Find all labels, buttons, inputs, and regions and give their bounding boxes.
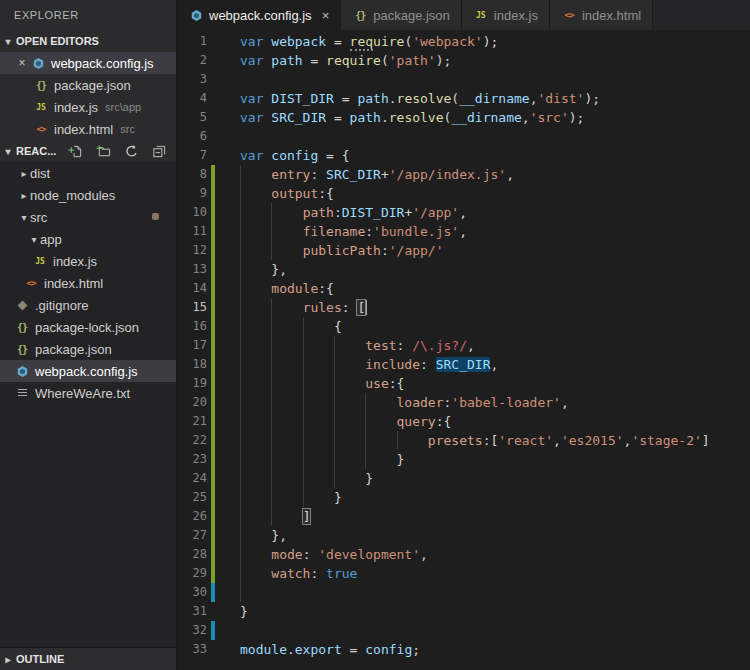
code-token: var bbox=[240, 53, 263, 68]
code-token: '/app/index.js' bbox=[389, 167, 506, 182]
tree-item-.gitignore[interactable]: .gitignore bbox=[0, 294, 176, 316]
code-line-9[interactable]: 9 output:{ bbox=[177, 184, 750, 203]
code-token: } bbox=[365, 471, 373, 486]
code-token: : bbox=[381, 243, 389, 258]
code-line-31[interactable]: 31} bbox=[177, 602, 750, 621]
code-line-14[interactable]: 14 module:{ bbox=[177, 279, 750, 298]
code-line-30[interactable]: 30 bbox=[177, 583, 750, 602]
line-number: 25 bbox=[177, 488, 207, 507]
code-line-1[interactable]: 1var webpack = require('webpack'); bbox=[177, 32, 750, 51]
indent-guides bbox=[240, 393, 395, 412]
tree-item-package.json[interactable]: {}package.json bbox=[0, 338, 176, 360]
indent-guides bbox=[240, 336, 363, 355]
outline-header[interactable]: ▸ OUTLINE bbox=[0, 647, 176, 670]
code-token: DIST_DIR bbox=[342, 205, 405, 220]
code-line-32[interactable]: 32 bbox=[177, 621, 750, 640]
new-folder-button[interactable] bbox=[96, 144, 111, 159]
refresh-button[interactable] bbox=[124, 144, 139, 159]
code-line-13[interactable]: 13 }, bbox=[177, 260, 750, 279]
open-editor-package.json[interactable]: {}package.json bbox=[0, 74, 176, 96]
code-token: var bbox=[240, 148, 263, 163]
code-line-23[interactable]: 23 } bbox=[177, 450, 750, 469]
code-token: uire bbox=[373, 34, 404, 49]
code-line-4[interactable]: 4var DIST_DIR = path.resolve(__dirname,'… bbox=[177, 89, 750, 108]
open-editor-index.js[interactable]: JSindex.jssrc\app bbox=[0, 96, 176, 118]
code-line-17[interactable]: 17 test: /\.js?/, bbox=[177, 336, 750, 355]
tab-label: package.json bbox=[373, 8, 450, 23]
code-line-7[interactable]: 7var config = { bbox=[177, 146, 750, 165]
code-line-26[interactable]: 26 ] bbox=[177, 507, 750, 526]
tree-item-index.html[interactable]: <>index.html bbox=[0, 272, 176, 294]
close-icon[interactable]: × bbox=[14, 56, 30, 70]
code-token: ( bbox=[381, 53, 389, 68]
code-token: , bbox=[506, 167, 514, 182]
collapse-all-button[interactable] bbox=[152, 144, 167, 159]
code-line-27[interactable]: 27 }, bbox=[177, 526, 750, 545]
git-icon bbox=[14, 297, 30, 313]
tab-index.js[interactable]: JSindex.js bbox=[462, 0, 550, 30]
code-line-content: query:{ bbox=[215, 412, 750, 431]
code-line-28[interactable]: 28 mode: 'development', bbox=[177, 545, 750, 564]
chevron-right-icon: ▸ bbox=[18, 168, 30, 179]
code-line-5[interactable]: 5var SRC_DIR = path.resolve(__dirname,'s… bbox=[177, 108, 750, 127]
code-line-24[interactable]: 24 } bbox=[177, 469, 750, 488]
code-line-29[interactable]: 29 watch: true bbox=[177, 564, 750, 583]
code-area[interactable]: 1var webpack = require('webpack');2var p… bbox=[177, 30, 750, 670]
line-number: 22 bbox=[177, 431, 207, 450]
code-line-15[interactable]: 15 rules: [ bbox=[177, 298, 750, 317]
tree-item-src[interactable]: ▾src bbox=[0, 206, 176, 228]
tab-package.json[interactable]: {}package.json bbox=[341, 0, 462, 30]
code-line-6[interactable]: 6 bbox=[177, 127, 750, 146]
code-line-content bbox=[215, 127, 750, 146]
line-number: 27 bbox=[177, 526, 207, 545]
code-line-10[interactable]: 10 path:DIST_DIR+'/app', bbox=[177, 203, 750, 222]
code-line-8[interactable]: 8 entry: SRC_DIR+'/app/index.js', bbox=[177, 165, 750, 184]
indent-guides bbox=[240, 583, 269, 602]
tree-item-app[interactable]: ▾app bbox=[0, 228, 176, 250]
code-token: var bbox=[240, 110, 263, 125]
code-token: entry bbox=[271, 167, 310, 182]
tab-index.html[interactable]: <>index.html bbox=[550, 0, 653, 30]
close-tab-button[interactable]: × bbox=[322, 8, 330, 23]
code-line-content: rules: [ bbox=[215, 298, 750, 317]
new-file-button[interactable] bbox=[68, 144, 83, 159]
code-token: :[ bbox=[483, 433, 499, 448]
tab-webpack.config.js[interactable]: webpack.config.js× bbox=[177, 0, 341, 30]
code-line-content: include: SRC_DIR, bbox=[215, 355, 750, 374]
code-token: , bbox=[522, 110, 530, 125]
code-token: = bbox=[303, 53, 326, 68]
code-token: . bbox=[287, 642, 295, 657]
code-line-content: filename:'bundle.js', bbox=[215, 222, 750, 241]
code-line-11[interactable]: 11 filename:'bundle.js', bbox=[177, 222, 750, 241]
code-token: } bbox=[240, 604, 248, 619]
open-editor-index.html[interactable]: <>index.htmlsrc bbox=[0, 118, 176, 140]
tree-item-node_modules[interactable]: ▸node_modules bbox=[0, 184, 176, 206]
html-icon: <> bbox=[561, 7, 577, 23]
code-line-3[interactable]: 3 bbox=[177, 70, 750, 89]
open-editors-section: ▾ OPEN EDITORS ×webpack.config.js{}packa… bbox=[0, 30, 176, 162]
code-token: = bbox=[342, 642, 365, 657]
indent-guides bbox=[240, 564, 269, 583]
open-editor-webpack.config.js[interactable]: ×webpack.config.js bbox=[0, 52, 176, 74]
code-line-content: var webpack = require('webpack'); bbox=[215, 32, 750, 51]
project-section-header[interactable]: ▾ REAC... bbox=[0, 140, 176, 162]
code-line-18[interactable]: 18 include: SRC_DIR, bbox=[177, 355, 750, 374]
code-token: 'bundle.js' bbox=[373, 224, 459, 239]
tree-item-package-lock.json[interactable]: {}package-lock.json bbox=[0, 316, 176, 338]
txt-icon bbox=[14, 385, 30, 401]
code-line-33[interactable]: 33module.export = config; bbox=[177, 640, 750, 659]
tree-item-webpack.config.js[interactable]: webpack.config.js bbox=[0, 360, 176, 382]
code-line-25[interactable]: 25 } bbox=[177, 488, 750, 507]
tree-item-WhereWeAre.txt[interactable]: WhereWeAre.txt bbox=[0, 382, 176, 404]
code-line-12[interactable]: 12 publicPath:'/app/' bbox=[177, 241, 750, 260]
code-line-21[interactable]: 21 query:{ bbox=[177, 412, 750, 431]
code-line-20[interactable]: 20 loader:'babel-loader', bbox=[177, 393, 750, 412]
tree-item-dist[interactable]: ▸dist bbox=[0, 162, 176, 184]
code-line-2[interactable]: 2var path = require('path'); bbox=[177, 51, 750, 70]
tree-item-label: webpack.config.js bbox=[35, 364, 138, 379]
code-line-19[interactable]: 19 use:{ bbox=[177, 374, 750, 393]
code-line-16[interactable]: 16 { bbox=[177, 317, 750, 336]
tree-item-index.js[interactable]: JSindex.js bbox=[0, 250, 176, 272]
open-editors-header[interactable]: ▾ OPEN EDITORS bbox=[0, 30, 176, 52]
code-line-22[interactable]: 22 presets:['react','es2015','stage-2'] bbox=[177, 431, 750, 450]
